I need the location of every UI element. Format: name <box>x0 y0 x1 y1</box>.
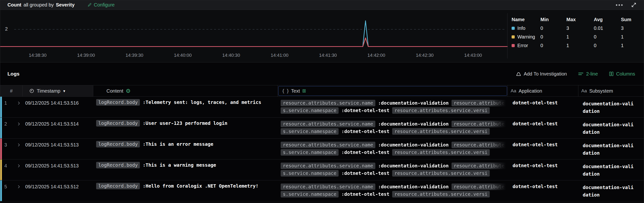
key-value-colon: : <box>338 191 344 197</box>
chart-title-connector: all grouped by <box>24 2 54 8</box>
column-header-application[interactable]: Aa Application <box>508 85 578 96</box>
field-key-badge[interactable]: resource.attributes.service.name <box>281 100 375 106</box>
cell-index: 2 <box>0 118 22 138</box>
field-key-badge[interactable]: logRecord.body <box>96 120 140 126</box>
legend-item-error[interactable]: Error <box>512 41 540 50</box>
gear-icon[interactable]: ⚙ <box>126 88 131 94</box>
field-key-badge[interactable]: resource.attributes.service.name <box>281 142 375 148</box>
expand-chevron-icon[interactable] <box>16 184 21 190</box>
x-tick-label: 14:39:30 <box>126 53 143 58</box>
x-tick-label: 14:40:30 <box>222 53 240 58</box>
expand-chevron-icon[interactable] <box>16 163 21 169</box>
log-row[interactable]: 509/12/2025 14:41:53.512logRecord.body :… <box>0 180 644 201</box>
x-tick-label: 14:41:30 <box>319 53 337 58</box>
field-key-badge[interactable]: resource.attributes.service.versi <box>392 191 490 197</box>
field-value: dotnet-otel-test <box>344 150 390 155</box>
expand-chevron-icon[interactable] <box>16 122 21 127</box>
chart-area: 2 14:38:3014:39:0014:39:3014:40:0014:40:… <box>0 10 644 62</box>
investigation-icon <box>516 71 521 76</box>
log-message: Hello from Coralogix .NET OpenTelemetry! <box>146 183 258 189</box>
legend-label: Warning <box>517 34 535 40</box>
legend-stat-avg: 0 <box>594 33 621 41</box>
column-header-subsystem[interactable]: Aa Subsystem <box>578 85 644 96</box>
cell-application: dotnet-otel-test <box>508 159 578 180</box>
expand-icon[interactable] <box>631 2 636 8</box>
key-value-colon: : <box>338 150 344 155</box>
x-tick-label: 14:42:00 <box>368 53 385 58</box>
field-key-badge[interactable]: logRecord.body <box>96 162 140 168</box>
column-header-timestamp[interactable]: Timestamp ▾ <box>22 85 93 96</box>
log-row[interactable]: 409/12/2025 14:41:53.513logRecord.body :… <box>0 159 644 180</box>
field-value: dotnet-otel-test <box>344 108 390 113</box>
two-line-icon <box>578 72 584 76</box>
columns-button[interactable]: Columns <box>609 71 635 77</box>
column-header-index[interactable]: # <box>0 85 22 96</box>
legend-swatch <box>512 35 515 39</box>
field-key-badge[interactable]: resource.attributes.service.name <box>281 121 375 127</box>
legend-item-info[interactable]: Info <box>512 24 540 33</box>
field-key-badge[interactable]: logRecord.body <box>96 99 140 106</box>
legend-stat-min: 0 <box>540 33 566 41</box>
cell-text: resource.attributes.service.name :docume… <box>278 138 508 159</box>
cell-timestamp: 09/12/2025 14:41:53.512 <box>22 180 93 201</box>
cell-application: dotnet-otel-test <box>508 138 578 159</box>
log-row[interactable]: 309/12/2025 14:41:53.513logRecord.body :… <box>0 138 644 159</box>
x-tick-label: 14:43:00 <box>464 53 482 58</box>
column-header-content[interactable]: Content ⚙ <box>93 85 278 96</box>
row-number: 1 <box>4 100 16 106</box>
aa-icon: Aa <box>581 88 587 94</box>
log-message: This is an error message <box>146 141 214 147</box>
log-row[interactable]: 109/12/2025 14:41:53.516logRecord.body :… <box>0 97 644 118</box>
row-number: 4 <box>4 163 16 169</box>
expand-chevron-icon[interactable] <box>16 143 21 148</box>
two-line-toggle[interactable]: 2-line <box>578 71 598 77</box>
cell-index: 5 <box>0 180 22 201</box>
field-key-badge[interactable]: resource.attributes.service.name <box>281 183 375 190</box>
cell-text: resource.attributes.service.name :docume… <box>278 118 508 138</box>
legend-item-warning[interactable]: Warning <box>512 33 540 41</box>
log-row[interactable]: 209/12/2025 14:41:53.514logRecord.body :… <box>0 118 644 138</box>
field-key-badge[interactable]: resource.attributes.service.versi <box>392 170 490 176</box>
cell-subsystem: documentation-validation <box>578 138 644 159</box>
chart-title-metric: Count <box>8 2 22 8</box>
key-value-colon: : <box>140 183 146 189</box>
cell-subsystem: documentation-validation <box>578 159 644 180</box>
cell-text: resource.attributes.service.name :docume… <box>278 180 508 201</box>
add-to-investigation-button[interactable]: Add To Investigation <box>516 71 567 77</box>
field-key-badge[interactable]: resource.attributes.service.versi <box>392 107 490 114</box>
configure-label: Configure <box>94 2 114 8</box>
field-key-badge[interactable]: resource.attributes.service.versi <box>392 149 490 156</box>
column-split-icon <box>302 89 306 93</box>
series-line-warning <box>0 38 508 47</box>
cell-subsystem: documentation-validation <box>578 118 644 138</box>
key-value-colon: : <box>338 129 344 134</box>
field-value: dotnet-otel-test <box>344 129 390 134</box>
text-column-selected-box[interactable]: { } Text <box>278 86 507 96</box>
more-options-icon[interactable] <box>616 4 623 6</box>
x-tick-label: 14:40:00 <box>174 53 192 58</box>
legend-label: Error <box>517 43 528 48</box>
configure-button[interactable]: Configure <box>87 2 114 8</box>
legend-stat-avg: 0 <box>594 41 621 50</box>
chart-panel-header: Count all grouped by Severity Configure <box>0 0 644 10</box>
legend-stat-sum: 1 <box>621 41 644 50</box>
series-line-info <box>0 21 508 46</box>
key-value-colon: : <box>375 121 381 127</box>
column-header-text[interactable]: { } Text <box>278 85 508 96</box>
legend-header-name: Name <box>512 15 540 24</box>
row-number: 5 <box>4 184 16 189</box>
cell-timestamp: 09/12/2025 14:41:53.514 <box>22 118 93 138</box>
expand-chevron-icon[interactable] <box>16 101 21 106</box>
field-key-badge[interactable]: resource.attributes.service.name <box>281 163 375 169</box>
legend-header-min: Min <box>540 15 566 24</box>
cell-index: 3 <box>0 138 22 159</box>
logs-table-body: 109/12/2025 14:41:53.516logRecord.body :… <box>0 97 644 203</box>
severity-bar-info <box>0 180 2 201</box>
legend-stat-max: 1 <box>566 33 594 41</box>
sort-caret-icon[interactable]: ▾ <box>63 89 65 93</box>
field-key-badge[interactable]: logRecord.body <box>96 141 140 147</box>
x-tick-label: 14:42:30 <box>416 53 434 58</box>
field-key-badge[interactable]: resource.attributes.service.versi <box>392 128 490 135</box>
aa-icon: Aa <box>511 88 516 94</box>
field-key-badge[interactable]: logRecord.body <box>96 183 140 189</box>
